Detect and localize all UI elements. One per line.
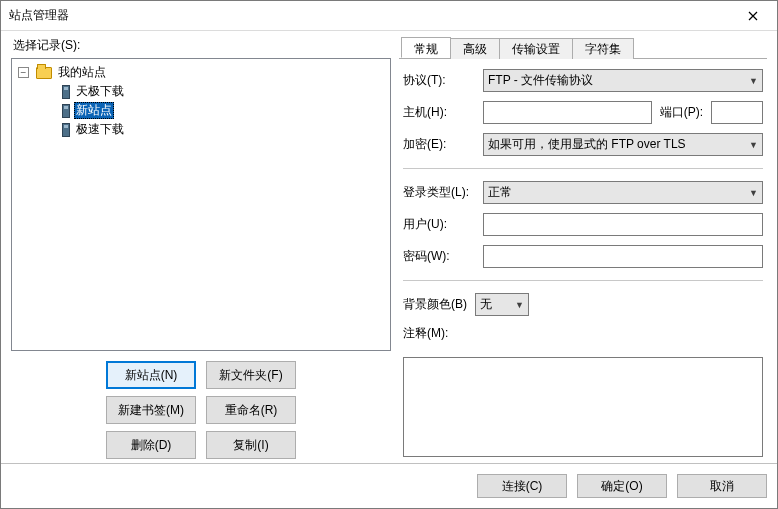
divider	[403, 168, 763, 169]
connect-button[interactable]: 连接(C)	[477, 474, 567, 498]
logon-type-label: 登录类型(L):	[403, 184, 475, 201]
tab-charset[interactable]: 字符集	[572, 38, 634, 59]
site-label: 天极下载	[74, 83, 126, 100]
copy-button[interactable]: 复制(I)	[206, 431, 296, 459]
chevron-down-icon: ▼	[749, 140, 758, 150]
site-manager-window: 站点管理器 选择记录(S): − 我的站点 天极下载	[0, 0, 778, 509]
folder-icon	[36, 67, 52, 79]
rename-button[interactable]: 重命名(R)	[206, 396, 296, 424]
new-bookmark-button[interactable]: 新建书签(M)	[106, 396, 196, 424]
tab-transfer[interactable]: 传输设置	[499, 38, 573, 59]
cancel-button[interactable]: 取消	[677, 474, 767, 498]
comment-label: 注释(M):	[403, 325, 475, 342]
tree-root-row[interactable]: − 我的站点	[18, 63, 384, 82]
select-record-label: 选择记录(S):	[11, 37, 391, 54]
chevron-down-icon: ▼	[515, 300, 524, 310]
window-title: 站点管理器	[9, 7, 730, 24]
new-folder-button[interactable]: 新文件夹(F)	[206, 361, 296, 389]
delete-button[interactable]: 删除(D)	[106, 431, 196, 459]
comment-textarea[interactable]	[403, 357, 763, 457]
password-label: 密码(W):	[403, 248, 475, 265]
port-label: 端口(P):	[660, 104, 703, 121]
host-label: 主机(H):	[403, 104, 475, 121]
new-site-button[interactable]: 新站点(N)	[106, 361, 196, 389]
chevron-down-icon: ▼	[749, 188, 758, 198]
protocol-label: 协议(T):	[403, 72, 475, 89]
site-list-pane: 选择记录(S): − 我的站点 天极下载	[11, 37, 391, 459]
root-node-label: 我的站点	[56, 64, 108, 81]
close-button[interactable]	[730, 2, 775, 30]
site-label: 新站点	[74, 102, 114, 119]
bgcolor-value: 无	[480, 296, 492, 313]
logon-type-select[interactable]: 正常 ▼	[483, 181, 763, 204]
titlebar: 站点管理器	[1, 1, 777, 31]
site-buttons: 新站点(N) 新文件夹(F) 新建书签(M) 重命名(R) 删除(D) 复制(I…	[106, 361, 296, 459]
close-icon	[748, 11, 758, 21]
tab-advanced[interactable]: 高级	[450, 38, 500, 59]
chevron-down-icon: ▼	[749, 76, 758, 86]
server-icon	[62, 123, 70, 137]
collapse-icon[interactable]: −	[18, 67, 29, 78]
server-icon	[62, 85, 70, 99]
encryption-label: 加密(E):	[403, 136, 475, 153]
dialog-footer: 连接(C) 确定(O) 取消	[1, 463, 777, 508]
protocol-select[interactable]: FTP - 文件传输协议 ▼	[483, 69, 763, 92]
encryption-value: 如果可用，使用显式的 FTP over TLS	[488, 136, 686, 153]
ok-button[interactable]: 确定(O)	[577, 474, 667, 498]
bgcolor-select[interactable]: 无 ▼	[475, 293, 529, 316]
tab-general[interactable]: 常规	[401, 37, 451, 58]
tree-site-item[interactable]: 极速下载	[18, 120, 384, 139]
user-label: 用户(U):	[403, 216, 475, 233]
password-input[interactable]	[483, 245, 763, 268]
site-details-pane: 常规 高级 传输设置 字符集 协议(T): FTP - 文件传输协议 ▼ 主机(…	[399, 37, 767, 459]
encryption-select[interactable]: 如果可用，使用显式的 FTP over TLS ▼	[483, 133, 763, 156]
port-input[interactable]	[711, 101, 763, 124]
tree-site-item[interactable]: 天极下载	[18, 82, 384, 101]
site-label: 极速下载	[74, 121, 126, 138]
general-form: 协议(T): FTP - 文件传输协议 ▼ 主机(H): 端口(P): 加密(E…	[399, 59, 767, 459]
site-tree[interactable]: − 我的站点 天极下载 新站点	[11, 58, 391, 351]
protocol-value: FTP - 文件传输协议	[488, 72, 593, 89]
host-input[interactable]	[483, 101, 652, 124]
user-input[interactable]	[483, 213, 763, 236]
bgcolor-label: 背景颜色(B)	[403, 296, 467, 313]
tree-site-item[interactable]: 新站点	[18, 101, 384, 120]
tab-bar: 常规 高级 传输设置 字符集	[399, 37, 767, 59]
divider	[403, 280, 763, 281]
logon-type-value: 正常	[488, 184, 512, 201]
server-icon	[62, 104, 70, 118]
